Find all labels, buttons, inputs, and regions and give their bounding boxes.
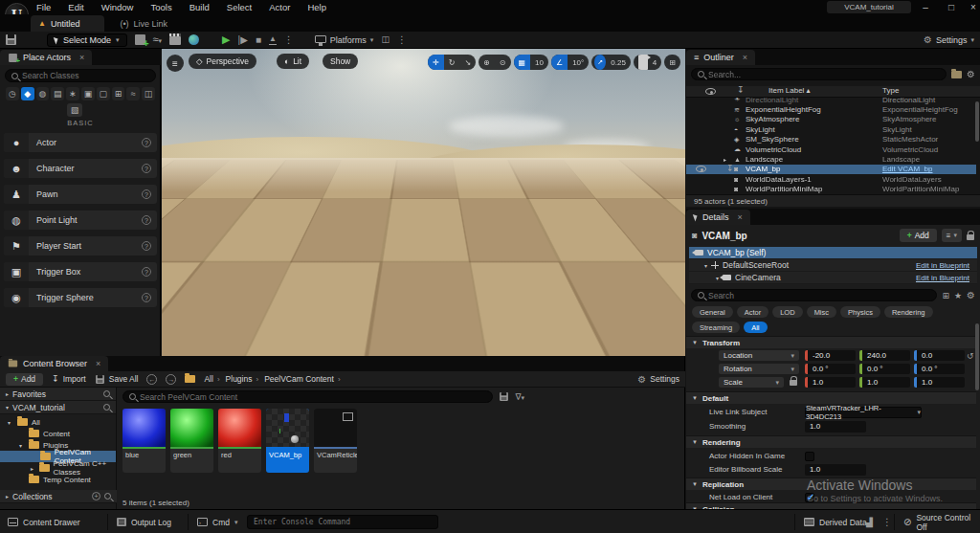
- component-row[interactable]: ▾ DefaultSceneRoot Edit in Blueprint: [689, 259, 977, 272]
- search-icon[interactable]: [104, 493, 111, 500]
- filter-tab[interactable]: Streaming: [692, 322, 740, 333]
- asset-search-input[interactable]: [140, 392, 486, 402]
- rotate-tool-button[interactable]: ↻: [444, 55, 460, 70]
- outliner-settings-icon[interactable]: ⚙: [967, 69, 975, 79]
- camera-speed-icon[interactable]: [638, 55, 648, 70]
- favorites-icon[interactable]: ★: [954, 291, 962, 300]
- filter-icon[interactable]: ∇▾: [515, 392, 524, 402]
- add-actor-icon[interactable]: [135, 34, 145, 45]
- show-dropdown[interactable]: Show: [323, 54, 358, 69]
- outliner-row[interactable]: ↧ ▸ ◙ WorldPartitionMiniMap WorldPartiti…: [686, 185, 976, 194]
- expand-arrow-icon[interactable]: [31, 465, 35, 472]
- content-browser-settings[interactable]: ⚙ Settings: [637, 374, 679, 385]
- outliner-row[interactable]: ↧ ▸ ◓ SkyLight SkyLight: [686, 124, 976, 134]
- tab-untitled[interactable]: ▲ Untitled: [31, 15, 104, 32]
- place-actor-item[interactable]: ▣ Trigger Box ?: [4, 262, 157, 281]
- save-search-icon[interactable]: [501, 392, 509, 401]
- breadcrumb-item[interactable]: PeelVCam Content ›: [264, 374, 340, 384]
- minimize-button[interactable]: –: [915, 0, 936, 13]
- actor-category-icon[interactable]: ▢: [97, 87, 110, 100]
- menu-item[interactable]: Select: [227, 2, 252, 12]
- status-overflow-menu[interactable]: ⋮: [882, 510, 892, 533]
- asset-tile[interactable]: green: [170, 409, 213, 473]
- outliner-row[interactable]: ↧ ▸ ◈ SM_SkySphere StaticMeshActor: [686, 135, 976, 144]
- reset-to-default-icon[interactable]: ↺: [967, 351, 974, 361]
- select-mode-dropdown[interactable]: Select Mode ▾: [47, 33, 127, 47]
- tab-details[interactable]: Details ×: [686, 210, 750, 225]
- derived-data-button[interactable]: Derived Data: [804, 510, 867, 533]
- scale-x-field[interactable]: 1.0: [805, 377, 856, 388]
- visibility-eye-icon[interactable]: [696, 166, 706, 172]
- blueprint-edit-dropdown[interactable]: ≡▾: [942, 229, 962, 242]
- search-classes-input[interactable]: [22, 71, 149, 80]
- actor-category-icon[interactable]: ⊞: [112, 87, 125, 100]
- actor-category-icon[interactable]: ≈: [126, 87, 140, 100]
- search-icon[interactable]: [103, 404, 110, 411]
- eject-button[interactable]: ▲: [269, 35, 277, 45]
- type-header[interactable]: Type: [882, 86, 899, 95]
- tab-live-link[interactable]: (•) Live Link: [104, 15, 183, 32]
- console-command-input[interactable]: [247, 515, 438, 529]
- tab-place-actors[interactable]: Place Actors ×: [0, 50, 92, 65]
- details-scrollbar[interactable]: [975, 323, 979, 390]
- close-icon[interactable]: ×: [738, 212, 743, 222]
- outliner-row[interactable]: ↧ ▸ ☁ VolumetricCloud VolumetricCloud: [686, 144, 976, 154]
- outliner-search-input[interactable]: [708, 70, 940, 79]
- close-button[interactable]: ×: [963, 0, 980, 13]
- asset-tile[interactable]: red: [218, 409, 261, 473]
- package-icon[interactable]: ◫: [381, 35, 390, 44]
- close-icon[interactable]: ×: [96, 359, 100, 368]
- actor-category-icon[interactable]: ◫: [142, 87, 155, 100]
- edit-in-blueprint-link[interactable]: Edit in Blueprint: [916, 274, 969, 282]
- close-icon[interactable]: ×: [79, 53, 84, 62]
- scale-lock-icon[interactable]: [790, 380, 797, 386]
- grid-snap-icon[interactable]: ▦: [514, 55, 531, 70]
- section-transform[interactable]: ▼ Transform: [686, 336, 976, 348]
- actor-category-icon[interactable]: ▤: [51, 87, 64, 100]
- filter-tab[interactable]: General: [692, 306, 733, 318]
- folder-tree-item[interactable]: All: [0, 416, 116, 428]
- component-row[interactable]: ▾ CineCamera Edit in Blueprint: [689, 272, 977, 284]
- cmd-dropdown[interactable]: › Cmd ▾: [197, 510, 237, 533]
- rotation-x-field[interactable]: 0.0 °: [805, 364, 856, 374]
- visibility-column-icon[interactable]: [705, 88, 716, 95]
- pin-column-icon[interactable]: ↧: [737, 86, 745, 95]
- menu-item[interactable]: Actor: [269, 2, 290, 12]
- rotation-z-field[interactable]: 0.0 °: [914, 364, 965, 374]
- filter-tab[interactable]: Misc: [807, 306, 836, 318]
- blueprints-icon[interactable]: ≈▾: [153, 34, 163, 45]
- surface-snap-button[interactable]: ⊙: [495, 55, 511, 70]
- search-icon[interactable]: [103, 390, 110, 397]
- vcam-preview-window[interactable]: VCAM_bp FilmbackPreset: 16:9 Digital Fil…: [501, 222, 677, 342]
- section-rendering[interactable]: ▼ Rendering: [686, 435, 976, 448]
- smoothing-field[interactable]: 1.0: [805, 421, 866, 433]
- details-settings-icon[interactable]: ⚙: [967, 290, 975, 300]
- angle-snap-icon[interactable]: ∠: [551, 55, 568, 70]
- expand-arrow-icon[interactable]: ▸: [724, 156, 726, 163]
- place-actor-item[interactable]: ♟ Pawn ?: [4, 185, 157, 204]
- scale-z-field[interactable]: 1.0: [914, 377, 965, 388]
- scale-snap-value[interactable]: 0.25: [606, 55, 631, 70]
- actor-hidden-checkbox[interactable]: [805, 452, 814, 461]
- actor-category-icon[interactable]: ◷: [6, 87, 19, 100]
- content-drawer-button[interactable]: Content Drawer: [8, 510, 80, 533]
- add-content-button[interactable]: + Add: [6, 373, 43, 386]
- display-options-icon[interactable]: ⊞: [942, 291, 949, 300]
- filter-tab[interactable]: Physics: [840, 306, 880, 318]
- output-log-button[interactable]: Output Log: [117, 510, 171, 533]
- source-control-button[interactable]: ⊘ Source Control Off: [903, 510, 980, 533]
- menu-item[interactable]: Help: [307, 2, 326, 12]
- close-icon[interactable]: ×: [743, 53, 747, 62]
- outliner-row[interactable]: ↧ ▸ ◙ VCAM_bp Edit VCAM_bp: [686, 165, 976, 174]
- place-actor-item[interactable]: ◍ Point Light ?: [4, 211, 157, 230]
- gizmo-z-axis[interactable]: [416, 210, 418, 246]
- expand-arrow-icon[interactable]: [8, 419, 13, 426]
- rotation-y-field[interactable]: 0.0 °: [859, 364, 910, 374]
- edit-in-blueprint-link[interactable]: Edit in Blueprint: [916, 261, 969, 270]
- filter-tab[interactable]: Actor: [737, 306, 769, 318]
- asset-tile[interactable]: VCAM_bp: [266, 409, 309, 473]
- back-button[interactable]: ←: [146, 374, 157, 385]
- actor-category-shapes-icon[interactable]: ▧: [67, 103, 82, 117]
- actor-category-icon[interactable]: ▣: [81, 87, 95, 100]
- skip-frame-button[interactable]: |▶: [238, 34, 248, 45]
